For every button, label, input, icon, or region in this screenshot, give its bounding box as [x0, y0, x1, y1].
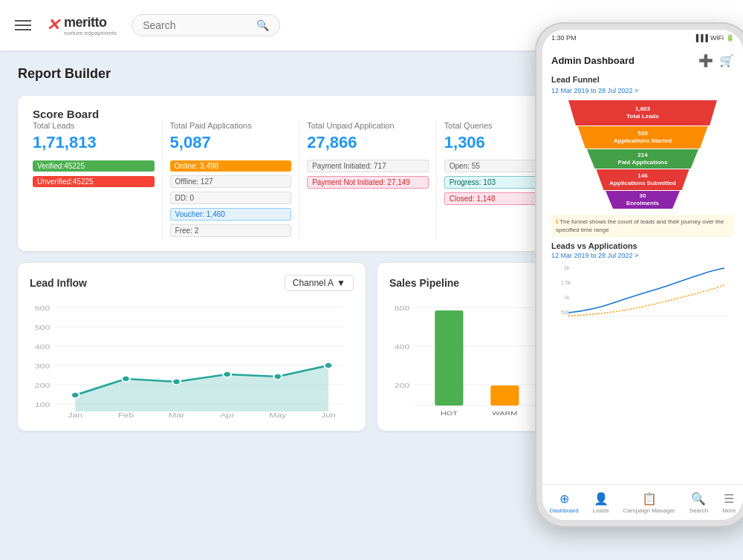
unverified-tag: Unverified:45225	[33, 176, 155, 187]
svg-text:200: 200	[35, 382, 50, 389]
leads-icon: 👤	[594, 492, 609, 506]
score-board-title: Score Board	[33, 108, 99, 120]
payment-initiated-tag: Payment Initiated: 717	[307, 160, 429, 172]
leads-vs-apps-section: Leads vs Applications 12 Mar 2019 to 28 …	[551, 241, 734, 322]
svg-text:300: 300	[35, 362, 50, 370]
phone-nav-dashboard[interactable]: ⊕ Dashboard	[550, 492, 579, 514]
lead-inflow-title: Lead Inflow	[30, 277, 87, 289]
battery-icon: 🔋	[726, 34, 734, 42]
campaign-icon: 📋	[642, 492, 657, 506]
phone-screen: 1:30 PM ▐▐▐ WiFi 🔋 Admin Dashboard ➕ 🛒	[542, 30, 743, 520]
phone-lead-funnel-title: Lead Funnel	[551, 75, 734, 84]
svg-text:200: 200	[395, 382, 409, 389]
lead-inflow-chart: 600 500 400 300 200 100	[30, 300, 354, 419]
phone-nav-campaign[interactable]: 📋 Campaign Manager	[623, 492, 675, 514]
dd-tag: DD: 0	[170, 192, 292, 204]
phone-overlay: 1:30 PM ▐▐▐ WiFi 🔋 Admin Dashboard ➕ 🛒	[535, 22, 743, 527]
wifi-icon: WiFi	[710, 34, 724, 42]
phone-lead-funnel-date[interactable]: 12 Mar 2019 to 28 Jul 2022 >	[551, 87, 734, 94]
total-leads-label: Total Leads	[33, 121, 155, 130]
svg-point-13	[71, 392, 80, 398]
svg-text:Mar: Mar	[169, 411, 185, 419]
svg-text:2k: 2k	[564, 265, 570, 270]
logo-icon: ✕	[46, 16, 59, 35]
offline-tag: Offline: 127	[170, 175, 292, 188]
funnel-layer-1: 1,803Total Leads	[568, 100, 717, 126]
svg-text:1.5k: 1.5k	[561, 280, 571, 285]
svg-text:400: 400	[395, 343, 409, 351]
paid-apps-value: 5,087	[170, 133, 292, 152]
phone-admin-title: Admin Dashboard	[551, 55, 635, 66]
svg-text:Jan: Jan	[68, 411, 82, 419]
phone-nav-more-label: More	[722, 507, 736, 514]
dashboard-icon: ⊕	[559, 492, 569, 506]
sales-pipeline-title: Sales Pipeline	[389, 277, 459, 289]
funnel-layer-4: 146Applications Submitted	[597, 169, 690, 190]
svg-rect-32	[435, 310, 463, 406]
page-title: Report Builder	[18, 66, 111, 82]
svg-text:Feb: Feb	[118, 411, 134, 419]
funnel-layer-5: 30Enrolments	[606, 191, 680, 209]
svg-text:Apr: Apr	[220, 411, 235, 419]
lead-inflow-card: Lead Inflow Channel A ▼ 600 500 400 300 …	[18, 263, 366, 431]
svg-text:1k: 1k	[564, 295, 570, 300]
phone-nav-more[interactable]: ☰ More	[722, 492, 736, 514]
search-input[interactable]	[143, 19, 250, 31]
svg-point-15	[172, 379, 181, 385]
svg-text:600: 600	[35, 305, 50, 312]
funnel-note: ℹ The funnel shows the count of leads an…	[551, 215, 734, 237]
svg-text:600: 600	[395, 305, 409, 312]
lva-svg: 2k 1.5k 1k 500	[551, 262, 734, 322]
chevron-down-icon: ▼	[337, 278, 345, 288]
phone-nav-leads[interactable]: 👤 Leads	[593, 492, 609, 514]
funnel-layer-2: 535Applications Started	[578, 126, 708, 149]
logo-text: meritto	[64, 15, 107, 30]
free-tag: Free: 2	[170, 224, 292, 237]
phone-bottom-nav: ⊕ Dashboard 👤 Leads 📋 Campaign Manager 🔍…	[542, 484, 743, 520]
voucher-tag: Voucher: 1,460	[170, 208, 292, 221]
leads-vs-apps-title: Leads vs Applications	[551, 241, 734, 250]
funnel-chart: 1,803Total Leads 535Applications Started…	[551, 100, 734, 209]
phone-admin-header: Admin Dashboard ➕ 🛒	[551, 53, 734, 68]
svg-text:WARM: WARM	[492, 409, 517, 416]
svg-point-16	[223, 371, 231, 377]
search-icon: 🔍	[256, 19, 269, 31]
search-bar[interactable]: 🔍	[132, 14, 280, 36]
info-icon: ℹ	[556, 218, 558, 225]
phone-nav-campaign-label: Campaign Manager	[623, 507, 675, 514]
payment-not-initiated-tag: Payment Not Initiated: 27,149	[307, 176, 429, 189]
phone-nav-search[interactable]: 🔍 Search	[690, 492, 708, 514]
phone-nav-dashboard-label: Dashboard	[550, 507, 579, 514]
phone-shell: 1:30 PM ▐▐▐ WiFi 🔋 Admin Dashboard ➕ 🛒	[535, 22, 743, 527]
svg-text:500: 500	[35, 324, 50, 331]
more-icon: ☰	[724, 492, 734, 506]
svg-rect-34	[490, 385, 519, 406]
signal-icon: ▐▐▐	[694, 34, 708, 42]
search-icon: 🔍	[691, 492, 706, 506]
hamburger-menu[interactable]	[15, 20, 31, 30]
leads-vs-apps-chart: 2k 1.5k 1k 500	[551, 262, 734, 322]
svg-point-17	[273, 374, 282, 380]
logo: ✕ meritto nurture·edpayments	[46, 15, 117, 36]
unpaid-apps-value: 27,866	[307, 133, 429, 152]
verified-tag: Verified:45225	[33, 160, 155, 172]
score-col-total-leads: Total Leads 1,71,813 Verified:45225 Unve…	[33, 121, 163, 239]
svg-text:Jun: Jun	[321, 411, 336, 419]
score-col-paid-apps: Total Paid Applications 5,087 Online: 3,…	[163, 121, 300, 239]
leads-vs-apps-date[interactable]: 12 Mar 2019 to 28 Jul 2022 >	[551, 252, 734, 259]
unpaid-apps-label: Total Unpaid Application	[307, 121, 429, 130]
svg-text:HOT: HOT	[441, 409, 458, 416]
svg-text:100: 100	[35, 401, 50, 408]
lead-inflow-header: Lead Inflow Channel A ▼	[30, 275, 354, 291]
lead-inflow-filter-button[interactable]: Channel A ▼	[285, 275, 354, 291]
svg-text:400: 400	[35, 343, 50, 351]
paid-apps-label: Total Paid Applications	[170, 121, 292, 130]
phone-cart-icon[interactable]: 🛒	[719, 53, 734, 68]
funnel-layer-3: 214Paid Applications	[587, 149, 698, 169]
svg-marker-12	[75, 365, 328, 411]
phone-status-bar: 1:30 PM ▐▐▐ WiFi 🔋	[542, 30, 743, 46]
funnel-note-text: The funnel shows the count of leads and …	[556, 218, 724, 233]
logo-tagline: nurture·edpayments	[64, 30, 117, 36]
phone-add-icon[interactable]: ➕	[698, 53, 713, 68]
online-tag: Online: 3,498	[170, 160, 292, 172]
